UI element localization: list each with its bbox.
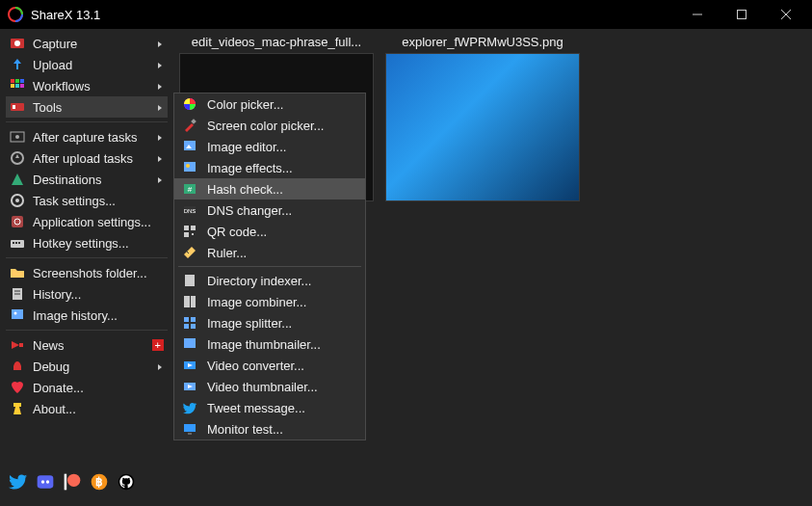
submenu-item-label: Image combiner... [207,295,306,309]
sidebar-item-imghist[interactable]: Image history... [6,305,168,326]
submenu-item-ruler[interactable]: Ruler... [174,242,365,263]
sidebar-item-tools[interactable]: Tools [6,96,168,118]
hash-icon: # [182,181,197,197]
submenu-item-dns[interactable]: DNSDNS changer... [174,200,365,221]
close-button[interactable] [764,0,808,29]
thumb-icon [182,336,197,352]
submenu-item-effects[interactable]: Image effects... [174,157,365,178]
app-title: ShareX 13.1 [31,8,100,22]
submenu-item-qr[interactable]: QR code... [174,221,365,242]
submenu-item-label: Color picker... [207,97,283,112]
svg-point-35 [67,474,80,487]
sidebar-item-about[interactable]: About... [6,398,168,419]
sidebar-item-aftercap[interactable]: After capture tasks [6,126,168,147]
submenu-item-monitor[interactable]: Monitor test... [174,418,365,439]
sidebar-item-debug[interactable]: Debug [6,356,168,377]
sidebar-item-donate[interactable]: Donate... [6,377,168,398]
aftercap-icon [10,129,25,145]
sidebar-item-workflows[interactable]: Workflows [6,75,168,96]
submenu-item-editor[interactable]: Image editor... [174,136,365,157]
separator [6,121,168,122]
hotkey-icon [10,235,25,251]
tools-icon [10,99,25,115]
svg-point-34 [46,480,49,483]
sidebar-item-label: Hotkey settings... [33,236,129,251]
patreon-icon[interactable] [62,471,83,493]
maximize-button[interactable] [720,0,764,29]
sidebar-item-hotkey[interactable]: Hotkey settings... [6,232,168,253]
svg-rect-55 [184,296,190,307]
social-row: ฿ [6,467,168,496]
sidebar-item-app[interactable]: Application settings... [6,211,168,232]
sidebar-item-folder[interactable]: Screenshots folder... [6,262,168,283]
sidebar-item-news[interactable]: News+ [6,334,168,356]
submenu-item-combine[interactable]: Image combiner... [174,291,365,312]
minimize-button[interactable] [675,0,720,29]
svg-rect-10 [11,84,14,88]
submenu-item-tweet[interactable]: Tweet message... [174,397,365,418]
submenu-item-video[interactable]: Video converter... [174,355,365,376]
dir-icon [182,273,197,288]
sidebar-item-history[interactable]: History... [6,283,168,305]
task-icon [10,193,25,208]
sidebar-item-label: After upload tasks [33,151,133,166]
sidebar-item-label: History... [33,287,81,302]
svg-rect-7 [11,79,14,83]
donate-icon [10,380,25,395]
capture-icon [10,36,25,51]
sidebar-item-dest[interactable]: Destinations [6,169,168,190]
svg-rect-9 [20,79,24,83]
svg-point-16 [15,135,19,139]
sidebar-item-label: Capture [33,37,77,51]
svg-rect-31 [19,343,23,347]
discord-icon[interactable] [35,471,56,493]
colorwheel-icon [182,96,197,112]
sidebar-item-label: Upload [33,58,72,72]
svg-rect-58 [191,317,196,322]
app-icon [10,214,25,229]
svg-rect-65 [188,433,192,435]
submenu-item-vthumb[interactable]: Video thumbnailer... [174,376,365,397]
svg-rect-32 [38,475,54,488]
sidebar-item-upload[interactable]: Upload [6,54,168,75]
folder-icon [10,265,25,280]
chevron-right-icon [156,79,164,93]
sidebar-item-task[interactable]: Task settings... [6,190,168,211]
dest-icon [10,172,25,187]
chevron-right-icon [156,130,164,145]
submenu-item-dir[interactable]: Directory indexer... [174,270,365,291]
submenu-item-label: DNS changer... [207,203,292,218]
svg-rect-42 [184,141,196,150]
imghist-icon [10,307,25,323]
thumbnail-caption: explorer_fWPRMwU3SS.png [385,35,580,53]
github-icon[interactable] [116,471,137,493]
sidebar-item-label: About... [33,402,76,416]
submenu-item-thumb[interactable]: Image thumbnailer... [174,333,365,355]
history-icon [10,286,25,302]
submenu-item-pipette[interactable]: Screen color picker... [174,115,365,136]
combine-icon [182,294,197,309]
sidebar-item-capture[interactable]: Capture [6,33,168,54]
chevron-right-icon [156,37,164,51]
twitter-icon[interactable] [8,471,29,493]
submenu-item-label: Hash check... [207,182,283,197]
sidebar-item-label: Destinations [33,173,102,187]
thumbnail-item[interactable]: explorer_fWPRMwU3SS.png [385,35,580,201]
svg-rect-56 [191,296,196,307]
submenu-item-hash[interactable]: #Hash check... [174,178,365,200]
submenu-item-label: Video thumbnailer... [207,380,318,394]
chevron-right-icon [156,58,164,72]
submenu-item-colorwheel[interactable]: Color picker... [174,93,365,115]
sidebar-item-label: Donate... [33,381,84,395]
sidebar-item-afterup[interactable]: After upload tasks [6,147,168,169]
separator [6,330,168,331]
svg-rect-52 [192,233,194,235]
svg-text:DNS: DNS [184,208,196,214]
submenu-item-label: Screen color picker... [207,119,324,133]
sidebar-item-label: Application settings... [33,215,151,229]
bitcoin-icon[interactable]: ฿ [89,471,110,493]
submenu-item-label: Directory indexer... [207,274,311,288]
svg-point-44 [186,164,190,168]
main-area: CaptureUploadWorkflowsTools After captur… [0,29,812,506]
submenu-item-split[interactable]: Image splitter... [174,312,365,333]
